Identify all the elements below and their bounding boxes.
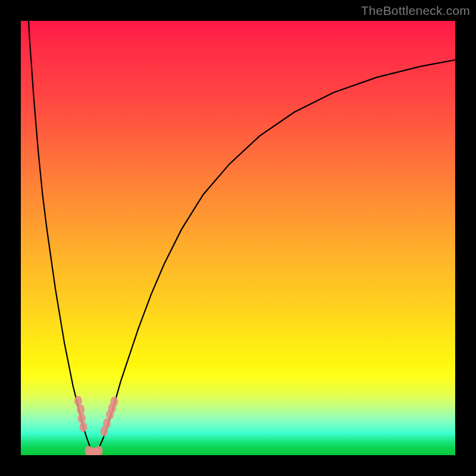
highlight-markers-right xyxy=(101,397,118,437)
highlight-marker xyxy=(78,413,86,423)
highlight-marker xyxy=(77,405,84,415)
watermark-text: TheBottleneck.com xyxy=(361,4,470,18)
curve-right-branch xyxy=(99,60,455,448)
chart-container: TheBottleneck.com xyxy=(0,0,476,476)
highlight-markers-left xyxy=(74,396,87,432)
chart-plot-area xyxy=(21,21,455,455)
highlight-marker xyxy=(95,446,103,455)
highlight-marker xyxy=(74,396,82,406)
highlight-markers-bottom xyxy=(84,446,103,455)
highlight-marker xyxy=(110,397,118,407)
highlight-marker xyxy=(80,422,87,432)
curve-left-branch xyxy=(25,21,90,448)
highlight-marker xyxy=(103,418,111,428)
